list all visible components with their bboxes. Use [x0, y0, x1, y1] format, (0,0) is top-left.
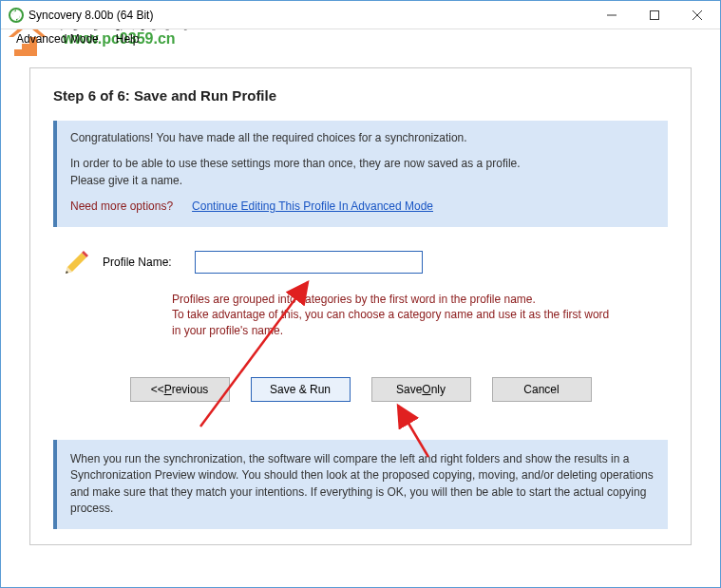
menu-advanced-mode[interactable]: Advanced Mode: [9, 30, 106, 47]
svg-rect-2: [650, 10, 658, 19]
profile-name-row: Profile Name:: [63, 248, 668, 276]
need-more-row: Need more options? Continue Editing This…: [70, 199, 655, 215]
info-box-top: Congratulations! You have made all the r…: [53, 121, 668, 227]
close-icon: [693, 10, 702, 20]
congrats-text: Congratulations! You have made all the r…: [70, 130, 655, 146]
app-icon: [9, 8, 24, 23]
save-run-button[interactable]: Save & Run: [251, 377, 351, 402]
previous-button[interactable]: << Previous: [130, 377, 230, 402]
window-controls: [590, 1, 718, 28]
save-hint-text: In order to be able to use these setting…: [70, 156, 655, 189]
pencil-icon: [63, 248, 91, 276]
advanced-mode-link[interactable]: Continue Editing This Profile In Advance…: [192, 199, 433, 215]
need-more-label: Need more options?: [70, 199, 173, 215]
maximize-icon: [650, 10, 659, 20]
main-area: Step 6 of 6: Save and Run Profile Congra…: [1, 48, 720, 560]
button-row: << Previous Save & Run Save Only Cancel: [53, 377, 668, 402]
minimize-icon: [607, 10, 617, 20]
profile-name-input[interactable]: [195, 251, 423, 274]
dialog-panel: Step 6 of 6: Save and Run Profile Congra…: [29, 67, 692, 545]
menu-help[interactable]: Help: [108, 30, 147, 47]
close-button[interactable]: [675, 1, 718, 28]
window-title: Syncovery 8.00b (64 Bit): [28, 9, 590, 22]
profile-name-label: Profile Name:: [103, 256, 172, 269]
cancel-button[interactable]: Cancel: [492, 377, 592, 402]
minimize-button[interactable]: [590, 1, 633, 28]
maximize-button[interactable]: [633, 1, 675, 28]
titlebar: Syncovery 8.00b (64 Bit): [1, 1, 720, 29]
bottom-text: When you run the synchronization, the so…: [57, 440, 668, 529]
info-content: Congratulations! You have made all the r…: [57, 121, 668, 227]
profile-hints: Profiles are grouped into categories by …: [172, 292, 668, 339]
info-box-bottom: When you run the synchronization, the so…: [53, 440, 668, 529]
save-only-button[interactable]: Save Only: [371, 377, 471, 402]
step-title: Step 6 of 6: Save and Run Profile: [53, 87, 668, 104]
menubar: Advanced Mode Help: [1, 29, 720, 48]
